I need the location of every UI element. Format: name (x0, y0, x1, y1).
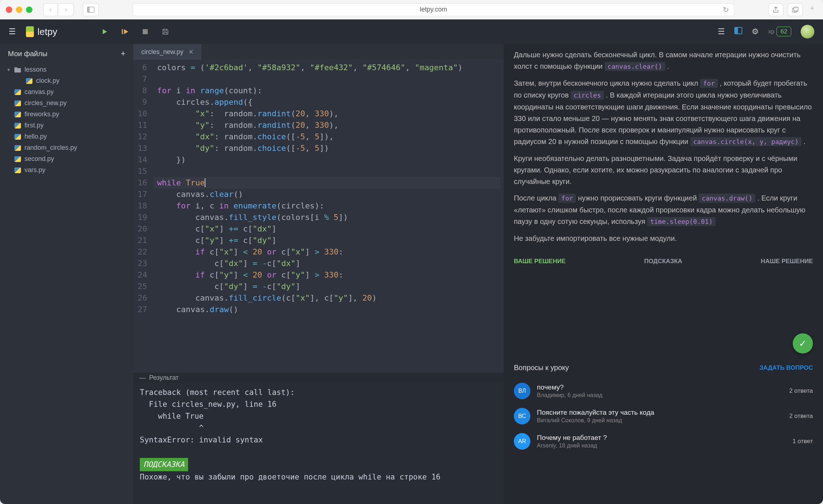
question-item[interactable]: ВЛпочему?Владимир, 6 дней назад2 ответа (514, 378, 813, 404)
svg-rect-3 (794, 7, 798, 11)
close-window-icon[interactable] (6, 6, 12, 13)
instruction-panel: Дальше нужно сделать бесконечный цикл. В… (504, 44, 823, 504)
minimize-window-icon[interactable] (16, 6, 22, 13)
code-editor[interactable]: 6789101112131415161718192021222324252627… (133, 60, 504, 373)
python-file-icon (14, 100, 21, 106)
fullscreen-window-icon[interactable] (26, 6, 32, 13)
list-icon[interactable]: ☰ (718, 27, 725, 36)
reload-icon[interactable]: ↻ (723, 5, 729, 14)
collapse-icon[interactable]: — (139, 374, 146, 382)
instruction-text: Дальше нужно сделать бесконечный цикл. В… (504, 44, 823, 254)
file-name: circles_new.py (25, 99, 67, 107)
file-name: fireworks.py (25, 111, 59, 118)
question-item[interactable]: ВСПоясните пожалуйста эту часть кодаВита… (514, 404, 813, 429)
sidebar-toggle-button[interactable] (83, 3, 99, 16)
tree-folder[interactable]: ▼ lessons (0, 64, 133, 75)
code-chip: for (559, 194, 576, 203)
file-name: first.py (25, 122, 44, 129)
svg-rect-1 (88, 7, 90, 12)
tree-file[interactable]: vars.py (0, 165, 133, 176)
svg-marker-6 (124, 29, 128, 34)
back-button[interactable]: ‹ (43, 3, 58, 16)
url-text: letpy.com (420, 6, 447, 13)
question-answers: 2 ответа (789, 387, 813, 395)
tree-file[interactable]: hello.py (0, 131, 133, 142)
code-body[interactable]: colors = ('#2c6bad', "#58a932", "#fee432… (154, 60, 504, 373)
logo-icon (26, 26, 34, 37)
folder-icon (14, 67, 21, 73)
share-button[interactable] (768, 3, 783, 16)
code-chip: for (700, 79, 718, 88)
editor-tabs: circles_new.py ✕ (133, 44, 504, 60)
submit-fab[interactable]: ✓ (793, 333, 813, 354)
code-chip: canvas.clear() (605, 62, 665, 71)
python-file-icon (14, 112, 21, 117)
question-meta: Arseniy, 18 дней назад (537, 442, 786, 449)
new-tab-button[interactable]: + (807, 3, 817, 13)
svg-marker-4 (103, 29, 107, 34)
python-file-icon (14, 134, 21, 140)
python-file-icon (14, 145, 21, 151)
save-button[interactable] (161, 27, 170, 36)
file-name: clock.py (36, 77, 59, 85)
book-icon[interactable] (734, 27, 742, 36)
file-name: second.py (25, 155, 54, 163)
forward-button[interactable]: › (59, 3, 74, 16)
file-tree: ▼ lessons clock.py canvas.pycircles_new.… (0, 63, 133, 176)
run-button[interactable] (101, 27, 109, 36)
tree-file[interactable]: circles_new.py (0, 98, 133, 109)
window-controls (6, 6, 32, 13)
tree-file[interactable]: fireworks.py (0, 109, 133, 120)
our-solution-tab[interactable]: НАШЕ РЕШЕНИЕ (761, 258, 813, 265)
new-file-icon[interactable]: + (121, 49, 125, 58)
logo[interactable]: letpy (26, 26, 57, 37)
stop-button[interactable] (141, 27, 150, 36)
code-chip: canvas.circle(x, y, радиус) (690, 137, 802, 146)
question-subject: Поясните пожалуйста эту часть кода (537, 409, 783, 417)
tree-file[interactable]: first.py (0, 120, 133, 131)
python-file-icon (14, 167, 21, 173)
question-item[interactable]: ARПочему не работает ?Arseniy, 18 дней н… (514, 429, 813, 454)
url-bar[interactable]: letpy.com ↻ (133, 3, 734, 16)
close-tab-icon[interactable]: ✕ (188, 48, 193, 56)
line-gutter: 6789101112131415161718192021222324252627 (133, 60, 154, 373)
tab-filename: circles_new.py (141, 48, 183, 56)
file-name: canvas.py (25, 88, 54, 96)
settings-icon[interactable]: ⚙ (752, 27, 759, 36)
svg-rect-7 (143, 29, 148, 34)
file-name: vars.py (25, 166, 45, 174)
your-solution-tab[interactable]: ВАШЕ РЕШЕНИЕ (514, 258, 566, 265)
tree-file[interactable]: second.py (0, 153, 133, 165)
code-chip: canvas.draw() (699, 194, 755, 203)
file-name: hello.py (25, 133, 47, 140)
code-chip: circles (571, 91, 604, 100)
python-file-icon (14, 89, 21, 95)
python-file-icon (14, 123, 21, 129)
console-output: Traceback (most recent call last): File … (133, 383, 504, 504)
menu-icon[interactable]: ☰ (9, 27, 16, 36)
tree-file[interactable]: random_circles.py (0, 142, 133, 153)
ask-question-button[interactable]: ЗАДАТЬ ВОПРОС (760, 364, 813, 372)
question-avatar: AR (514, 433, 530, 450)
file-panel: Мои файлы + ▼ lessons clock.py canvas.py… (0, 44, 133, 504)
question-subject: почему? (537, 383, 783, 391)
folder-name: lessons (25, 66, 46, 73)
code-chip: time.sleep(0.01) (647, 217, 715, 226)
tree-file[interactable]: clock.py (0, 75, 133, 86)
hint-tab[interactable]: ПОДСКАЗКА (644, 258, 682, 265)
questions-title: Вопросы к уроку (514, 364, 569, 372)
result-label: Результат (149, 374, 179, 382)
user-avatar[interactable] (801, 25, 814, 39)
questions-section: Вопросы к уроку ЗАДАТЬ ВОПРОС ВЛпочему?В… (504, 364, 823, 454)
step-button[interactable] (121, 27, 129, 36)
question-meta: Виталий Соколов, 9 дней назад (537, 417, 783, 424)
question-avatar: ВС (514, 408, 530, 424)
tree-file[interactable]: canvas.py (0, 86, 133, 98)
tabs-button[interactable] (788, 3, 803, 16)
result-bar[interactable]: — Результат (133, 373, 504, 383)
question-answers: 1 ответ (792, 438, 813, 445)
xp-label: xp62 (768, 28, 791, 35)
editor-tab[interactable]: circles_new.py ✕ (133, 44, 201, 60)
file-name: random_circles.py (25, 144, 77, 152)
brand-name: letpy (37, 26, 57, 37)
